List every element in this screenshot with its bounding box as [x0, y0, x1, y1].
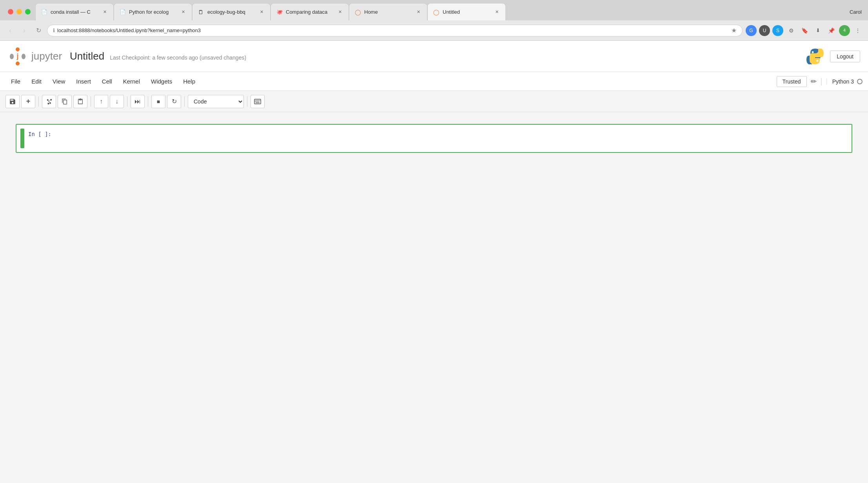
jupyter-title-area: Untitled Last Checkpoint: a few seconds … [70, 50, 246, 62]
jupyter-logo: j jupyter [8, 47, 62, 66]
keyboard-button[interactable] [251, 95, 265, 108]
tab-title-home: Home [364, 9, 412, 15]
add-cell-button[interactable]: + [21, 95, 35, 108]
cut-icon [46, 98, 52, 105]
down-arrow-icon: ↓ [115, 98, 118, 105]
tab-close-ecology[interactable]: ✕ [258, 9, 265, 15]
menu-right: Trusted ✏ | Python 3 [777, 76, 863, 87]
code-cell: In [ ]: [20, 129, 848, 148]
ext-icon-u[interactable]: U [759, 25, 770, 36]
keyboard-icon [254, 99, 261, 104]
tab-close-untitled[interactable]: ✕ [494, 9, 500, 15]
jupyter-logo-svg: j [8, 47, 27, 66]
menu-file[interactable]: File [5, 76, 26, 87]
menu-separator: | [821, 77, 823, 86]
svg-rect-13 [255, 101, 256, 102]
skip-bottom-button[interactable]: ⏭ [131, 95, 145, 108]
cut-button[interactable] [42, 95, 56, 108]
traffic-light-yellow[interactable] [16, 9, 22, 15]
menu-view[interactable]: View [47, 76, 71, 87]
back-button[interactable]: ‹ [5, 25, 16, 36]
svg-point-2 [10, 54, 14, 59]
menu-kernel[interactable]: Kernel [118, 76, 145, 87]
toolbar-sep-6 [247, 96, 247, 107]
notebook-content: In [ ]: [0, 112, 868, 172]
menu-insert[interactable]: Insert [71, 76, 96, 87]
paste-button[interactable] [73, 95, 87, 108]
tab-title-conda: conda install — C [51, 9, 98, 15]
download-icon[interactable]: ⬇ [812, 25, 823, 36]
pencil-icon[interactable]: ✏ [811, 77, 817, 86]
cell-type-select[interactable]: Code Markdown Raw NBConvert Heading [188, 95, 244, 108]
tab-bar-tabs: 📄 conda install — C ✕ 📄 Python for ecolo… [35, 3, 843, 20]
tab-title-comparing: Comparing dataca [286, 9, 334, 15]
jupyter-brand: jupyter [31, 50, 62, 62]
move-down-button[interactable]: ↓ [110, 95, 124, 108]
tab-close-home[interactable]: ✕ [415, 9, 421, 15]
tab-close-comparing[interactable]: ✕ [337, 9, 343, 15]
address-icons: G U S ⚙ 🔖 ⬇ 📌 4 ⋮ [746, 25, 863, 36]
copy-button[interactable] [58, 95, 72, 108]
tab-bar-left [3, 3, 35, 20]
cell-active-indicator [20, 129, 24, 148]
up-arrow-icon: ↑ [100, 98, 103, 105]
tab-favicon-github: 🐙 [276, 9, 283, 15]
menu-cell[interactable]: Cell [96, 76, 118, 87]
star-icon[interactable]: ★ [731, 27, 737, 34]
save-button[interactable] [5, 95, 20, 108]
ext-green-icon[interactable]: 4 [839, 25, 850, 36]
kernel-indicator: Python 3 [826, 78, 863, 85]
cell-input[interactable] [60, 129, 848, 143]
jupyter-header: j jupyter Untitled Last Checkpoint: a fe… [0, 41, 868, 72]
address-input[interactable]: ℹ localhost:8888/notebooks/Untitled.ipyn… [47, 25, 743, 36]
notebook-title[interactable]: Untitled [70, 50, 104, 62]
logout-button[interactable]: Logout [830, 51, 860, 62]
tab-favicon-untitled: ◯ [433, 9, 439, 15]
svg-rect-12 [260, 100, 260, 101]
tab-close-python[interactable]: ✕ [180, 9, 186, 15]
tab-favicon-home: ◯ [355, 9, 361, 15]
tab-untitled[interactable]: ◯ Untitled ✕ [427, 3, 506, 20]
python-logo [806, 47, 824, 66]
ext-icon-s[interactable]: S [772, 25, 783, 36]
menu-help[interactable]: Help [178, 76, 201, 87]
toolbar-sep-4 [148, 96, 148, 107]
more-icon[interactable]: ⋮ [852, 25, 863, 36]
tab-title-untitled: Untitled [443, 9, 490, 15]
settings-icon[interactable]: ⚙ [786, 25, 797, 36]
trusted-button[interactable]: Trusted [777, 76, 807, 87]
svg-point-3 [22, 54, 25, 59]
refresh-button[interactable]: ↻ [33, 25, 44, 36]
paste-icon [77, 98, 84, 105]
cell-label: In [ ]: [28, 129, 60, 137]
tab-close-conda[interactable]: ✕ [102, 9, 108, 15]
tab-favicon-python: 📄 [120, 9, 126, 15]
tab-conda[interactable]: 📄 conda install — C ✕ [35, 3, 114, 20]
browser-chrome: 📄 conda install — C ✕ 📄 Python for ecolo… [0, 0, 868, 41]
bookmark-icon[interactable]: 🔖 [799, 25, 810, 36]
menu-edit[interactable]: Edit [26, 76, 47, 87]
move-up-button[interactable]: ↑ [94, 95, 108, 108]
toolbar-sep-3 [127, 96, 127, 107]
traffic-light-red[interactable] [8, 9, 13, 15]
interrupt-button[interactable]: ■ [151, 95, 165, 108]
toolbar-sep-1 [38, 96, 39, 107]
tab-ecology-bug[interactable]: 🗒 ecology-bug-bbq ✕ [192, 3, 271, 20]
forward-button[interactable]: › [19, 25, 30, 36]
traffic-light-green[interactable] [25, 9, 31, 15]
tab-home[interactable]: ◯ Home ✕ [349, 3, 427, 20]
user-area: Carol [843, 3, 868, 20]
pin-icon[interactable]: 📌 [826, 25, 837, 36]
skip-icon: ⏭ [134, 98, 141, 105]
search-icon[interactable]: G [746, 25, 757, 36]
menu-widgets[interactable]: Widgets [145, 76, 178, 87]
cell-container: In [ ]: [16, 124, 852, 153]
kernel-circle [857, 79, 863, 84]
restart-button[interactable]: ↻ [167, 95, 181, 108]
tab-python-ecolog[interactable]: 📄 Python for ecolog ✕ [114, 3, 192, 20]
tab-comparing[interactable]: 🐙 Comparing dataca ✕ [271, 3, 349, 20]
copy-icon [62, 98, 68, 105]
toolbar-sep-5 [184, 96, 185, 107]
stop-icon: ■ [157, 98, 160, 105]
tab-title-ecology: ecology-bug-bbq [207, 9, 255, 15]
